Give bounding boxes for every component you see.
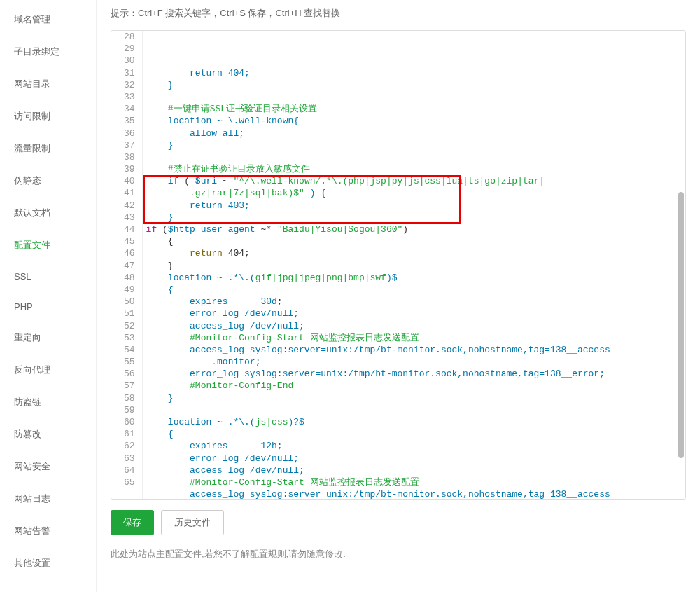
code-line[interactable]: error_log /dev/null; bbox=[146, 453, 685, 464]
button-bar: 保存 历史文件 bbox=[111, 510, 686, 535]
sidebar-item[interactable]: 伪静态 bbox=[0, 165, 96, 197]
code-line[interactable]: #Monitor-Config-Start 网站监控报表日志发送配置 bbox=[146, 332, 685, 344]
code-line[interactable]: location ~ \.well-known{ bbox=[146, 115, 685, 127]
line-gutter: 2829303132333435363738394041424344454647… bbox=[111, 31, 143, 499]
code-line[interactable]: } bbox=[146, 212, 685, 223]
sidebar-item[interactable]: 反向代理 bbox=[0, 354, 96, 386]
hint-text: 提示：Ctrl+F 搜索关键字，Ctrl+S 保存，Ctrl+H 查找替换 bbox=[111, 7, 686, 20]
sidebar-item[interactable]: 流量限制 bbox=[0, 132, 96, 165]
sidebar-item[interactable]: 网站告警 bbox=[0, 515, 96, 547]
sidebar-item[interactable]: 访问限制 bbox=[0, 100, 96, 132]
code-line[interactable]: allow all; bbox=[146, 128, 685, 139]
code-line[interactable]: } bbox=[146, 139, 685, 151]
code-line[interactable]: return 404; bbox=[146, 67, 685, 79]
code-line[interactable]: return 403; bbox=[146, 200, 685, 212]
code-line[interactable]: { bbox=[146, 284, 685, 296]
code-line[interactable]: #禁止在证书验证目录放入敏感文件 bbox=[146, 163, 685, 175]
sidebar-item[interactable]: 防盗链 bbox=[0, 386, 96, 418]
code-line[interactable]: expires 12h; bbox=[146, 440, 685, 452]
code-line[interactable]: location ~ .*\.(gif|jpg|jpeg|png|bmp|swf… bbox=[146, 272, 685, 284]
code-line[interactable]: { bbox=[146, 235, 685, 247]
code-line[interactable] bbox=[146, 404, 685, 416]
code-line[interactable]: #Monitor-Config-Start 网站监控报表日志发送配置 bbox=[146, 476, 685, 488]
save-button[interactable]: 保存 bbox=[111, 510, 154, 535]
sidebar-item[interactable]: 网站安全 bbox=[0, 450, 96, 483]
sidebar-item[interactable]: 默认文档 bbox=[0, 197, 96, 229]
code-area[interactable]: return 404; } #一键申请SSL证书验证目录相关设置 locatio… bbox=[143, 31, 685, 499]
code-editor[interactable]: 2829303132333435363738394041424344454647… bbox=[111, 30, 686, 500]
code-line[interactable] bbox=[146, 151, 685, 163]
sidebar-item[interactable]: 其他设置 bbox=[0, 547, 96, 579]
sidebar-item[interactable]: SSL bbox=[0, 261, 96, 291]
sidebar-item[interactable]: 子目录绑定 bbox=[0, 36, 96, 68]
sidebar-item[interactable]: 域名管理 bbox=[0, 4, 96, 36]
code-line[interactable] bbox=[146, 91, 685, 103]
code-line[interactable]: } bbox=[146, 260, 685, 272]
code-line[interactable]: error_log syslog:server=unix:/tmp/bt-mon… bbox=[146, 368, 685, 380]
code-line[interactable]: if ( $uri ~ "^/\.well-known/.*\.(php|jsp… bbox=[146, 175, 685, 187]
scrollbar[interactable] bbox=[678, 192, 684, 458]
history-button[interactable]: 历史文件 bbox=[161, 510, 224, 535]
code-line[interactable]: location ~ .*\.(js|css)?$ bbox=[146, 416, 685, 428]
code-line[interactable]: .monitor; bbox=[146, 356, 685, 368]
sidebar-item[interactable]: 配置文件 bbox=[0, 229, 96, 261]
sidebar-item[interactable]: 重定向 bbox=[0, 322, 96, 354]
code-line[interactable]: access_log /dev/null; bbox=[146, 320, 685, 332]
sidebar-item[interactable]: PHP bbox=[0, 291, 96, 322]
code-line[interactable]: } bbox=[146, 392, 685, 404]
sidebar: 域名管理子目录绑定网站目录访问限制流量限制伪静态默认文档配置文件SSLPHP重定… bbox=[0, 0, 97, 592]
footer-note: 此处为站点主配置文件,若您不了解配置规则,请勿随意修改. bbox=[111, 548, 686, 560]
sidebar-item[interactable]: 网站目录 bbox=[0, 68, 96, 100]
code-line[interactable]: access_log syslog:server=unix:/tmp/bt-mo… bbox=[146, 344, 685, 356]
code-line[interactable]: error_log /dev/null; bbox=[146, 308, 685, 319]
code-line[interactable]: } bbox=[146, 79, 685, 91]
code-line[interactable]: access_log /dev/null; bbox=[146, 464, 685, 476]
code-line[interactable]: #一键申请SSL证书验证目录相关设置 bbox=[146, 103, 685, 115]
code-line[interactable]: #Monitor-Config-End bbox=[146, 380, 685, 392]
code-line[interactable]: if ($http_user_agent ~* "Baidu|Yisou|Sog… bbox=[146, 223, 685, 235]
code-line[interactable]: { bbox=[146, 428, 685, 440]
code-line[interactable]: access_log syslog:server=unix:/tmp/bt-mo… bbox=[146, 488, 685, 499]
sidebar-item[interactable]: 防篡改 bbox=[0, 418, 96, 450]
sidebar-item[interactable]: 网站日志 bbox=[0, 483, 96, 515]
code-line[interactable]: .gz|rar|7z|sql|bak)$" ) { bbox=[146, 187, 685, 199]
main-content: 提示：Ctrl+F 搜索关键字，Ctrl+S 保存，Ctrl+H 查找替换 28… bbox=[97, 0, 700, 592]
code-line[interactable]: expires 30d; bbox=[146, 296, 685, 308]
code-line[interactable]: return 404; bbox=[146, 247, 685, 259]
